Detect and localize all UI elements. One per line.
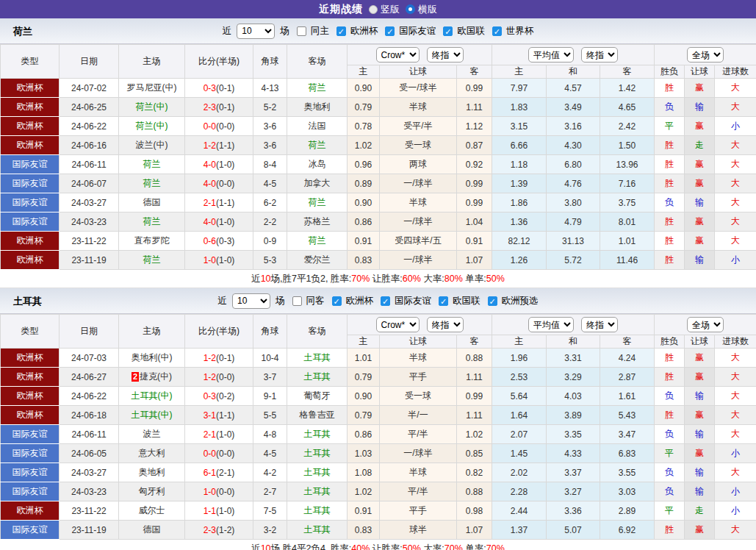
home-team[interactable]: 荷兰(中) xyxy=(136,121,168,131)
away-team[interactable]: 荷兰 xyxy=(309,197,326,207)
home-odds: 0.90 xyxy=(348,79,380,98)
result-goals: 大 xyxy=(715,387,756,406)
away-team[interactable]: 土耳其 xyxy=(304,448,331,458)
average-select[interactable]: 平均值 xyxy=(528,317,574,332)
home-team[interactable]: 荷兰 xyxy=(143,254,161,265)
away-team[interactable]: 土耳其 xyxy=(304,352,331,362)
home-team[interactable]: 意大利 xyxy=(139,448,165,458)
radio-checked-icon[interactable] xyxy=(406,4,415,14)
away-team[interactable]: 格鲁吉亚 xyxy=(300,410,335,420)
team-filter-bar: 土耳其 近 10 场 同客 ✓ 欧洲杯 ✓ 国际友谊 ✓ 欧国联 ✓ 欧洲预选 xyxy=(0,288,756,314)
home-team[interactable]: 捷克(中) xyxy=(140,371,172,382)
away-team[interactable]: 土耳其 xyxy=(304,467,331,477)
same-venue-checkbox[interactable] xyxy=(297,26,306,36)
avg-home-odds: 1.86 xyxy=(492,193,547,213)
league-badge: 国际友谊 xyxy=(1,193,60,213)
league-checkbox-1[interactable]: ✓ xyxy=(385,26,395,36)
match-count-select[interactable]: 10 xyxy=(237,24,275,39)
league-checkbox-0[interactable]: ✓ xyxy=(332,296,342,306)
away-team[interactable]: 土耳其 xyxy=(304,524,331,535)
away-team[interactable]: 土耳其 xyxy=(304,371,331,382)
match-count-select[interactable]: 10 xyxy=(232,293,270,309)
result-goals: 小 xyxy=(715,117,756,136)
result-goals: 大 xyxy=(715,213,756,232)
avg-home-odds: 5.64 xyxy=(492,387,547,406)
away-team[interactable]: 荷兰 xyxy=(309,140,326,150)
home-team-cell: 罗马尼亚(中) xyxy=(119,79,185,98)
away-team[interactable]: 葡萄牙 xyxy=(304,390,331,401)
home-team[interactable]: 直布罗陀 xyxy=(134,235,170,246)
table-row: 欧洲杯 23-11-22 直布罗陀 0-6(0-3) 0-9 荷兰 0.91 受… xyxy=(1,232,756,251)
home-team-cell: 德国 xyxy=(119,521,185,540)
avg-home-odds: 1.96 xyxy=(492,349,547,368)
avg-home-odds: 6.66 xyxy=(492,136,547,155)
score-cell: 1-2(0-0) xyxy=(185,368,253,387)
home-team[interactable]: 土耳其(中) xyxy=(132,390,173,401)
score-cell: 0-6(0-3) xyxy=(185,232,253,251)
league-badge: 欧洲杯 xyxy=(1,117,60,136)
average-select[interactable]: 平均值 xyxy=(528,47,574,63)
home-team[interactable]: 波兰 xyxy=(143,429,161,439)
league-checkbox-2[interactable]: ✓ xyxy=(443,26,453,36)
away-team[interactable]: 爱尔兰 xyxy=(304,254,331,265)
home-team[interactable]: 匈牙利 xyxy=(139,486,165,496)
result-handicap: 走 xyxy=(685,136,715,155)
home-team-cell: 威尔士 xyxy=(119,501,185,521)
half-time-score: (1-1) xyxy=(216,410,234,421)
away-team[interactable]: 土耳其 xyxy=(304,486,331,496)
full-match-select[interactable]: 全场 xyxy=(687,317,724,332)
home-team[interactable]: 荷兰(中) xyxy=(136,101,168,112)
home-team[interactable]: 罗马尼亚(中) xyxy=(127,82,177,93)
full-match-select[interactable]: 全场 xyxy=(687,47,724,63)
away-team[interactable]: 苏格兰 xyxy=(304,216,331,226)
away-team[interactable]: 土耳其 xyxy=(304,505,331,515)
summary-part: 大率: xyxy=(421,274,444,284)
home-team[interactable]: 德国 xyxy=(143,524,161,535)
league-checkbox-0[interactable]: ✓ xyxy=(336,26,346,36)
avg-away-odds: 1.61 xyxy=(600,387,655,406)
corner-count: 3-6 xyxy=(253,136,287,155)
layout-radio-horizontal[interactable]: 横版 xyxy=(406,3,437,16)
home-team[interactable]: 奥地利 xyxy=(139,467,165,477)
away-team-cell: 土耳其 xyxy=(287,501,348,521)
league-checkbox-2[interactable]: ✓ xyxy=(439,296,448,306)
home-odds: 0.86 xyxy=(348,425,380,444)
home-team[interactable]: 荷兰 xyxy=(143,178,161,188)
league-checkbox-3[interactable]: ✓ xyxy=(488,296,497,306)
away-team[interactable]: 荷兰 xyxy=(309,235,326,246)
league-label-2: 欧国联 xyxy=(457,25,485,38)
home-team[interactable]: 土耳其(中) xyxy=(132,410,173,420)
full-time-score: 1-2 xyxy=(204,353,216,363)
league-checkbox-3[interactable]: ✓ xyxy=(492,26,502,36)
odds-time-select-1[interactable]: 终指 xyxy=(427,317,464,332)
away-team[interactable]: 荷兰 xyxy=(309,82,326,93)
away-team[interactable]: 加拿大 xyxy=(304,178,331,188)
same-venue-checkbox[interactable] xyxy=(292,296,302,306)
home-team[interactable]: 荷兰 xyxy=(143,216,161,226)
away-team[interactable]: 冰岛 xyxy=(309,159,326,169)
avg-away-odds: 4.24 xyxy=(600,349,655,368)
away-team[interactable]: 法国 xyxy=(309,121,326,131)
home-team[interactable]: 奥地利(中) xyxy=(132,352,173,362)
odds-time-select-2[interactable]: 终指 xyxy=(581,47,618,63)
score-cell: 0-3(0-2) xyxy=(185,387,253,406)
match-date: 24-03-27 xyxy=(60,463,119,482)
away-team[interactable]: 奥地利 xyxy=(304,101,331,112)
home-team[interactable]: 威尔士 xyxy=(139,505,165,515)
odds-time-select-2[interactable]: 终指 xyxy=(581,317,618,332)
odds-time-select-1[interactable]: 终指 xyxy=(427,47,464,63)
home-team[interactable]: 荷兰 xyxy=(143,159,161,169)
home-team[interactable]: 德国 xyxy=(143,197,161,207)
away-odds: 0.82 xyxy=(457,463,492,482)
bookmaker-select[interactable]: Crow* xyxy=(376,47,420,63)
league-checkbox-1[interactable]: ✓ xyxy=(381,296,390,306)
layout-radio-vertical[interactable]: 竖版 xyxy=(369,3,400,16)
home-team[interactable]: 波兰(中) xyxy=(136,140,168,150)
away-team[interactable]: 土耳其 xyxy=(304,429,331,439)
sub-header-wdl: 胜负 xyxy=(655,335,685,349)
table-row: 国际友谊 24-06-05 意大利 0-0(0-0) 4-5 土耳其 1.03 … xyxy=(1,444,756,463)
radio-unchecked-icon[interactable] xyxy=(369,5,378,14)
away-team-cell: 加拿大 xyxy=(287,174,348,193)
bookmaker-select[interactable]: Crow* xyxy=(376,317,420,332)
avg-away-odds: 11.46 xyxy=(600,251,655,270)
